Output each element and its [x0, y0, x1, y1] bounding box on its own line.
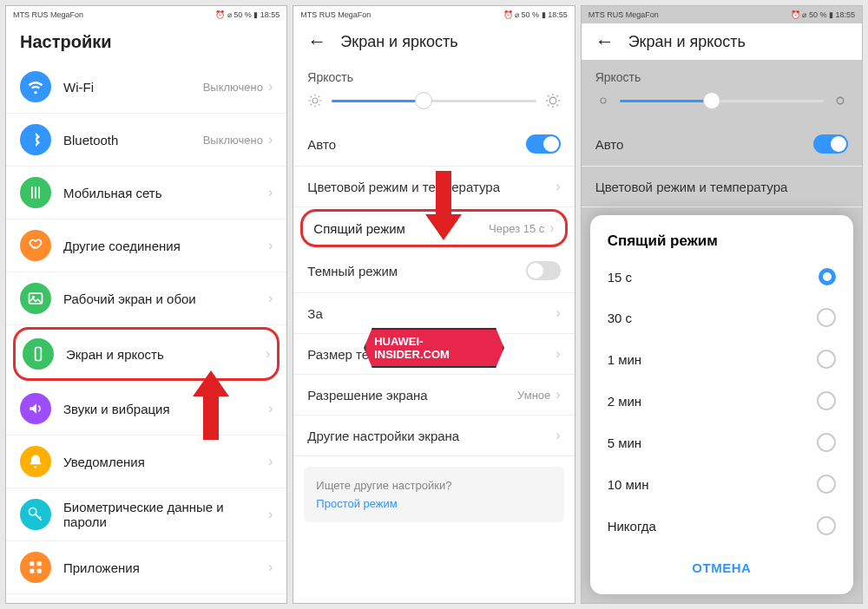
radio-button[interactable]: [817, 475, 836, 494]
sleep-option[interactable]: 1 мин: [590, 338, 853, 380]
chevron-right-icon: ›: [268, 132, 273, 147]
svg-point-26: [601, 98, 606, 103]
auto-row[interactable]: Авто: [582, 122, 862, 167]
svg-line-15: [311, 104, 312, 106]
key-icon: [20, 499, 51, 530]
auto-toggle[interactable]: [526, 134, 561, 154]
settings-item[interactable]: Другие соединения›: [6, 219, 286, 272]
settings-item[interactable]: Приложения›: [6, 541, 286, 594]
svg-point-17: [549, 97, 556, 104]
chevron-right-icon: ›: [268, 79, 273, 95]
brightness-slider[interactable]: [293, 89, 574, 122]
settings-item[interactable]: Рабочий экран и обои›: [6, 272, 286, 325]
brightness-label: Яркость: [293, 60, 574, 89]
chevron-right-icon: ›: [268, 185, 273, 200]
settings-item[interactable]: Экран и яркость›: [13, 327, 279, 381]
brightness-slider[interactable]: [582, 89, 862, 122]
sun-large-icon: [545, 93, 561, 108]
sun-small-icon: [595, 93, 611, 108]
sleep-modal-screen: MTS RUS MegaFon⏰ ⌀ 50 % ▮ 18:55 ← Экран …: [581, 5, 863, 604]
chevron-right-icon: ›: [268, 507, 273, 522]
svg-line-22: [548, 95, 549, 97]
chevron-right-icon: ›: [549, 220, 554, 236]
brightness-label: Яркость: [582, 60, 862, 89]
chevron-right-icon: ›: [268, 560, 273, 575]
chevron-right-icon: ›: [556, 346, 560, 362]
svg-line-25: [556, 95, 558, 97]
svg-line-24: [548, 105, 549, 107]
svg-rect-5: [37, 561, 42, 566]
sim-icon: [20, 177, 51, 208]
page-title: Настройки: [6, 23, 286, 61]
svg-point-27: [837, 97, 844, 104]
radio-button[interactable]: [817, 433, 836, 452]
settings-row[interactable]: Разрешение экранаУмное›: [293, 375, 574, 416]
status-bar: MTS RUS MegaFon⏰ ⌀ 50 % ▮ 18:55: [6, 6, 286, 23]
settings-row[interactable]: Темный режим: [293, 249, 574, 293]
sleep-option[interactable]: Никогда: [590, 505, 853, 547]
auto-toggle[interactable]: [813, 134, 848, 154]
svg-rect-4: [30, 561, 34, 566]
chevron-right-icon: ›: [268, 291, 273, 306]
page-title: Экран и яркость: [340, 33, 457, 51]
auto-row[interactable]: Авто: [293, 122, 574, 167]
radio-button[interactable]: [817, 391, 836, 410]
header: ← Экран и яркость: [293, 23, 574, 60]
sleep-option[interactable]: 2 мин: [590, 380, 853, 422]
chevron-right-icon: ›: [556, 179, 560, 194]
sleep-option[interactable]: 5 мин: [590, 422, 853, 463]
settings-item[interactable]: BluetoothВыключено›: [6, 114, 286, 167]
chevron-right-icon: ›: [556, 387, 560, 403]
svg-rect-6: [30, 569, 34, 573]
bell-icon: [20, 446, 51, 477]
red-arrow-down: [425, 171, 462, 240]
sun-small-icon: [307, 93, 323, 108]
sleep-option[interactable]: 10 мин: [590, 463, 853, 505]
sun-large-icon: [832, 93, 848, 108]
radio-button[interactable]: [817, 516, 836, 535]
color-mode-row[interactable]: Цветовой режим и температура›: [582, 167, 862, 207]
sleep-mode-dialog: Спящий режим 15 с30 с1 мин2 мин5 мин10 м…: [590, 215, 853, 594]
svg-line-13: [311, 96, 312, 98]
watermark: HUAWEI-INSIDER.COM: [364, 328, 504, 368]
svg-line-14: [319, 104, 320, 106]
chevron-right-icon: ›: [556, 428, 560, 443]
radio-button[interactable]: [817, 308, 836, 327]
svg-rect-7: [37, 569, 42, 573]
back-icon[interactable]: ←: [307, 32, 326, 51]
svg-line-23: [556, 105, 558, 107]
bt-icon: [20, 124, 51, 155]
back-icon[interactable]: ←: [595, 32, 615, 51]
chevron-right-icon: ›: [266, 346, 270, 362]
settings-row[interactable]: Другие настройки экрана›: [293, 416, 574, 456]
svg-point-8: [312, 98, 318, 103]
dialog-title: Спящий режим: [590, 220, 853, 257]
chevron-right-icon: ›: [556, 305, 560, 321]
radio-button[interactable]: [819, 268, 836, 285]
settings-item[interactable]: Мобильная сеть›: [6, 167, 286, 219]
apps-icon: [20, 552, 51, 583]
radio-button[interactable]: [817, 350, 836, 369]
chevron-right-icon: ›: [268, 401, 273, 416]
sleep-option[interactable]: 30 с: [590, 297, 853, 338]
settings-item[interactable]: Уведомления›: [6, 435, 286, 488]
snd-icon: [20, 393, 51, 424]
disp-icon: [23, 338, 54, 370]
settings-screen: MTS RUS MegaFon⏰ ⌀ 50 % ▮ 18:55 Настройк…: [5, 5, 287, 604]
img-icon: [20, 283, 51, 314]
status-bar: MTS RUS MegaFon⏰ ⌀ 50 % ▮ 18:55: [582, 6, 862, 23]
page-title: Экран и яркость: [628, 33, 746, 51]
header: ← Экран и яркость: [582, 23, 862, 60]
chevron-right-icon: ›: [268, 238, 273, 253]
cancel-button[interactable]: ОТМЕНА: [590, 547, 853, 589]
settings-item[interactable]: Биометрические данные и пароли›: [6, 488, 286, 541]
svg-line-16: [319, 96, 320, 98]
red-arrow-up: [193, 370, 229, 440]
chevron-right-icon: ›: [268, 454, 273, 469]
settings-item[interactable]: Звуки и вибрация›: [6, 383, 286, 435]
settings-item[interactable]: Wi-FiВыключено›: [6, 61, 286, 114]
sleep-option[interactable]: 15 с: [590, 257, 853, 297]
svg-rect-2: [36, 348, 42, 361]
hint-box[interactable]: Ищете другие настройки? Простой режим: [304, 467, 563, 522]
toggle[interactable]: [526, 261, 561, 280]
